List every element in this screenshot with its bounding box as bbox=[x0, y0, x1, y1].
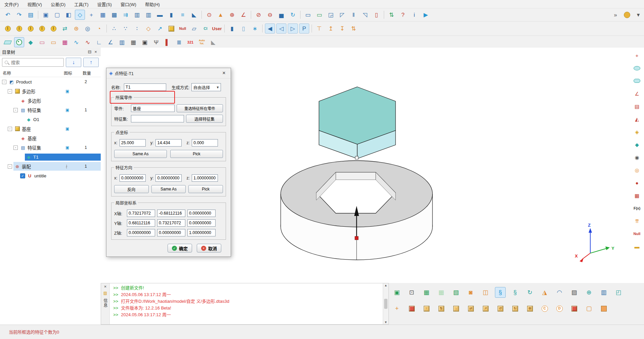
point-strike-icon[interactable]: ∵ bbox=[121, 23, 131, 34]
null-feature-icon[interactable]: Null bbox=[178, 23, 188, 34]
grid-dim-icon[interactable]: ▦ bbox=[436, 287, 447, 298]
ci-feature-icon[interactable]: CI bbox=[200, 23, 211, 34]
direction-same-as-button[interactable]: Same As bbox=[151, 185, 186, 193]
tree-item-O1[interactable]: ◆O1 bbox=[0, 115, 101, 124]
axis-joint-icon[interactable]: ⊕ bbox=[227, 10, 237, 20]
gold-target-icon[interactable]: ◈ bbox=[632, 127, 642, 137]
box-outline-icon[interactable]: ▢ bbox=[584, 303, 594, 314]
datum-cube-icon[interactable]: ▣ bbox=[41, 10, 51, 20]
user-feature-icon[interactable]: User bbox=[212, 23, 222, 34]
name-input[interactable] bbox=[124, 83, 166, 91]
help-icon[interactable]: ? bbox=[398, 10, 408, 20]
corner-ruler-icon[interactable]: ∟ bbox=[94, 37, 104, 47]
nav-next-icon[interactable]: ▷ bbox=[288, 23, 298, 34]
slot-feature-icon[interactable] bbox=[632, 76, 642, 86]
tree-item-多边形[interactable]: -多边形▣ bbox=[0, 87, 101, 96]
dual-display-icon[interactable]: ▣ bbox=[392, 287, 402, 298]
display-b-icon[interactable]: ▭ bbox=[314, 10, 324, 20]
link-node-icon[interactable]: ◇ bbox=[143, 23, 153, 34]
tree-item-untitle[interactable]: ✓Uuntitle bbox=[0, 171, 101, 180]
compass-icon[interactable]: ◔ bbox=[94, 23, 104, 34]
lcs-y3-input[interactable] bbox=[187, 219, 216, 227]
point-pair-icon[interactable]: ∶ bbox=[132, 23, 142, 34]
annotation-note-icon[interactable]: ▱ bbox=[189, 23, 199, 34]
orbit-icon[interactable]: ↻ bbox=[524, 287, 535, 298]
select-view-icon[interactable]: ◸ bbox=[337, 10, 347, 20]
feature-set-input[interactable] bbox=[131, 115, 184, 122]
info-icon[interactable]: i bbox=[409, 10, 419, 20]
fastener-a-icon[interactable] bbox=[3, 23, 13, 34]
lcs-z3-input[interactable] bbox=[187, 229, 216, 236]
target-circle-icon[interactable]: ⊙ bbox=[204, 10, 214, 20]
record-dot-icon[interactable]: ● bbox=[632, 178, 642, 188]
red-bars-icon[interactable]: ▌ bbox=[163, 37, 173, 47]
teal-diamond-icon[interactable]: ◆ bbox=[632, 139, 642, 150]
resync-icon[interactable]: ↻ bbox=[288, 10, 298, 20]
screen-pink-icon[interactable]: ▭ bbox=[37, 37, 47, 47]
eye-view-icon[interactable]: ◉ bbox=[632, 152, 642, 162]
redo-icon[interactable]: ↷ bbox=[14, 10, 24, 20]
tree-expander-icon[interactable]: - bbox=[2, 80, 6, 84]
nav-first-icon[interactable]: ◀ bbox=[265, 23, 275, 34]
dialog-close-icon[interactable]: × bbox=[220, 69, 228, 77]
point-z-input[interactable] bbox=[192, 139, 218, 147]
cone-icon[interactable]: ▲ bbox=[216, 10, 226, 20]
menu-item[interactable]: 设置(S) bbox=[93, 0, 116, 8]
reselect-part-button[interactable]: 重选特征所在零件 bbox=[177, 104, 223, 112]
angle-measure-icon[interactable]: ∠ bbox=[238, 10, 248, 20]
gear-part-icon[interactable]: ⊛ bbox=[71, 23, 81, 34]
rotate-c-icon[interactable]: C bbox=[539, 303, 550, 314]
vector-icon[interactable]: ↗ bbox=[155, 23, 165, 34]
tree-item-特征集[interactable]: -▤特征集▣1 bbox=[0, 105, 101, 115]
scroll-thumb[interactable] bbox=[384, 299, 387, 309]
n-frame-icon[interactable]: ◰ bbox=[613, 287, 624, 298]
point-pick-button[interactable]: Pick bbox=[170, 150, 223, 158]
dir-y-input[interactable] bbox=[155, 174, 182, 182]
clip-icon[interactable]: § bbox=[510, 287, 520, 298]
lcs-x1-input[interactable] bbox=[127, 210, 155, 217]
frame-updown-icon[interactable]: ⇅ bbox=[436, 303, 447, 314]
select-feature-set-button[interactable]: 选择特征集 bbox=[186, 115, 223, 123]
frame-tower-icon[interactable]: ▥ bbox=[132, 10, 142, 20]
menu-item[interactable]: 窗口(W) bbox=[116, 0, 141, 8]
draft-wedge-icon[interactable]: ◣ bbox=[208, 37, 218, 47]
face-cube-icon[interactable]: ◧ bbox=[63, 10, 74, 20]
angle-line-icon[interactable]: ∠ bbox=[632, 89, 642, 99]
split-columns-icon[interactable]: ‖ bbox=[349, 10, 359, 20]
move-cross-icon[interactable]: + bbox=[392, 303, 402, 314]
tree-item-多边形[interactable]: ◈多边形 bbox=[0, 96, 101, 105]
dir-z-input[interactable] bbox=[192, 174, 218, 182]
delete-view-icon[interactable]: ▯ bbox=[371, 10, 381, 20]
box-fill-icon[interactable] bbox=[598, 303, 609, 314]
lock-icon[interactable]: ◙ bbox=[465, 287, 476, 298]
point-marker-icon[interactable]: + bbox=[632, 50, 642, 60]
gen-mode-select[interactable]: 自由选择 ▼ bbox=[191, 83, 221, 91]
rotate-d-icon[interactable]: D bbox=[554, 303, 565, 314]
fastener-e-icon[interactable] bbox=[48, 23, 58, 34]
dir-x-input[interactable] bbox=[120, 174, 146, 182]
log-clear-icon[interactable]: ▨ bbox=[103, 291, 107, 295]
lcs-x2-input[interactable] bbox=[157, 210, 185, 217]
prism-handle[interactable] bbox=[355, 156, 358, 159]
fastener-d-icon[interactable] bbox=[37, 23, 47, 34]
cylinder-hollow-icon[interactable]: ▯ bbox=[238, 23, 248, 34]
auto-tol-icon[interactable]: Auto Tol. bbox=[197, 37, 207, 47]
panel-array-icon[interactable]: ▩ bbox=[109, 10, 119, 20]
nav-page-icon[interactable]: P bbox=[299, 23, 309, 34]
model-hex-prism[interactable] bbox=[319, 87, 396, 159]
seq-321-icon[interactable]: 321 bbox=[185, 37, 195, 47]
lcs-z1-input[interactable] bbox=[127, 229, 155, 236]
locate-icon[interactable]: ⊕ bbox=[584, 287, 594, 298]
frame-up-icon[interactable]: ↑ bbox=[421, 303, 432, 314]
menu-item[interactable]: 文件(F) bbox=[0, 0, 23, 8]
capture-box-icon[interactable]: ◫ bbox=[480, 287, 491, 298]
cube-stack-icon[interactable]: ⇅ bbox=[349, 23, 359, 34]
window-pane-icon[interactable]: ▦ bbox=[128, 37, 138, 47]
display-a-icon[interactable]: ▭ bbox=[303, 10, 313, 20]
export-report-icon[interactable]: ▤ bbox=[26, 10, 36, 20]
point-same-as-button[interactable]: Same As bbox=[114, 150, 167, 158]
log-scrollbar[interactable]: ▲ ▼ bbox=[383, 283, 388, 324]
arc-measure-icon[interactable]: ◠ bbox=[554, 287, 565, 298]
pin-pair-icon[interactable]: ⇈ bbox=[632, 216, 642, 226]
wire-cube-icon[interactable]: ▢ bbox=[52, 10, 62, 20]
